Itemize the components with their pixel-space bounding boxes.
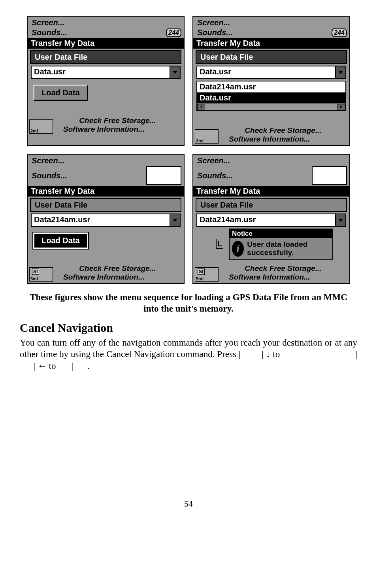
blank-indicator	[312, 166, 347, 185]
notice-popup: Notice i User data loaded successfully.	[229, 229, 333, 260]
notice-message: User data loaded successfully.	[247, 240, 330, 257]
scroll-right-icon[interactable]: ►	[337, 104, 345, 110]
menu-screen[interactable]: Screen...	[28, 155, 184, 166]
menu-screen[interactable]: Screen...	[193, 155, 349, 166]
map-scale-label: 2mi	[196, 138, 204, 143]
left-arrow-icon: ←	[38, 361, 47, 371]
screenshot-3: Screen... Sounds... Transfer My Data Use…	[27, 154, 185, 284]
map-scale-label: 5mi	[30, 276, 38, 281]
menu-screen[interactable]: Screen...	[28, 17, 184, 28]
user-data-file-label: User Data File	[196, 50, 347, 64]
user-data-file-label: User Data File	[30, 198, 181, 212]
l-indicator: L	[216, 239, 223, 249]
screenshot-1: Screen... Sounds... 244 Transfer My Data…	[27, 16, 185, 146]
chevron-down-icon[interactable]	[170, 214, 180, 226]
map-preview-icon: 2mi	[195, 129, 219, 144]
key-separator: |	[72, 361, 74, 371]
map-scale-label: 5mi	[196, 276, 204, 281]
file-dropdown[interactable]: Data214am.usr	[196, 214, 346, 227]
chevron-down-icon[interactable]	[335, 66, 345, 78]
key-separator: |	[34, 361, 36, 371]
body-text: to	[49, 361, 58, 371]
file-dropdown-list[interactable]: Data214am.usr Data.usr ◄ ►	[196, 81, 346, 111]
menu-sounds[interactable]: Sounds...	[32, 171, 67, 180]
transfer-my-data-header: Transfer My Data	[28, 38, 184, 49]
file-dropdown[interactable]: Data.usr	[196, 66, 346, 79]
dropdown-scrollbar[interactable]: ◄ ►	[197, 104, 345, 110]
screenshot-4: Screen... Sounds... Transfer My Data Use…	[192, 154, 350, 284]
key-separator: |	[262, 349, 264, 359]
file-option[interactable]: Data214am.usr	[197, 81, 345, 93]
scroll-left-icon[interactable]: ◄	[197, 104, 205, 110]
menu-sounds[interactable]: Sounds...	[197, 28, 233, 37]
chevron-down-icon[interactable]	[335, 214, 345, 226]
file-dropdown-value: Data214am.usr	[197, 214, 335, 226]
key-separator: |	[239, 349, 241, 359]
map-st-icon: St	[198, 268, 205, 275]
file-dropdown-value: Data214am.usr	[32, 214, 170, 226]
body-text: You can turn off any of the navigation c…	[20, 338, 357, 359]
waypoint-badge: 244	[332, 28, 347, 37]
menu-sounds[interactable]: Sounds...	[197, 171, 233, 180]
menu-sounds[interactable]: Sounds...	[32, 28, 67, 37]
down-arrow-icon: ↓	[266, 349, 271, 359]
file-dropdown-value: Data.usr	[197, 66, 335, 78]
transfer-my-data-header: Transfer My Data	[28, 186, 184, 197]
menu-screen[interactable]: Screen...	[193, 17, 349, 28]
key-separator: |	[355, 349, 357, 359]
chevron-down-icon[interactable]	[170, 66, 180, 78]
load-data-button[interactable]: Load Data	[33, 85, 88, 101]
section-heading: Cancel Navigation	[20, 321, 357, 335]
map-st-icon: St	[32, 268, 39, 275]
load-data-button[interactable]: Load Data	[33, 233, 88, 249]
body-text: to	[273, 349, 282, 359]
user-data-file-label: User Data File	[196, 198, 347, 212]
figure-caption: These figures show the menu sequence for…	[28, 292, 349, 315]
map-preview-icon: St 5mi	[195, 267, 219, 282]
file-dropdown[interactable]: Data214am.usr	[31, 214, 181, 227]
info-icon: i	[232, 241, 244, 257]
transfer-my-data-header: Transfer My Data	[193, 38, 349, 49]
map-scale-label: 2mi	[30, 129, 38, 133]
transfer-my-data-header: Transfer My Data	[193, 186, 349, 197]
map-preview-icon: 2mi	[29, 119, 53, 134]
body-text: .	[87, 361, 90, 371]
blank-indicator	[146, 166, 181, 185]
file-dropdown-value: Data.usr	[32, 66, 170, 78]
user-data-file-label: User Data File	[30, 50, 181, 64]
notice-title: Notice	[230, 229, 332, 238]
map-preview-icon: St 5mi	[29, 267, 53, 282]
waypoint-badge: 244	[166, 28, 181, 37]
body-paragraph: You can turn off any of the navigation c…	[20, 337, 357, 372]
file-option-selected[interactable]: Data.usr	[197, 93, 345, 104]
file-dropdown[interactable]: Data.usr	[31, 66, 181, 79]
screenshot-2: Screen... Sounds... 244 Transfer My Data…	[192, 16, 350, 146]
page-number: 54	[20, 499, 357, 509]
